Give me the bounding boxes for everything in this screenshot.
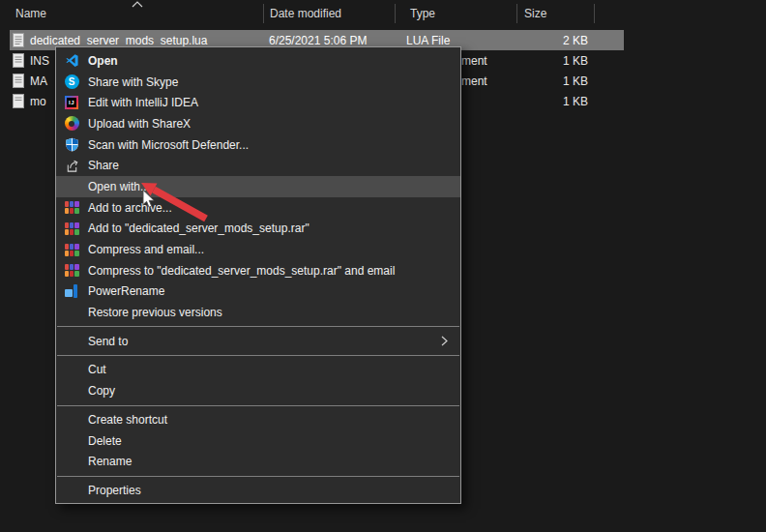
menu-item-label: Compress to "dedicated_server_mods_setup… xyxy=(88,264,395,278)
submenu-chevron-icon xyxy=(441,336,448,346)
file-size: 1 KB xyxy=(507,95,588,108)
document-icon xyxy=(13,94,24,108)
menu-item-cut[interactable]: Cut xyxy=(56,360,460,381)
menu-item-compress-and-email[interactable]: Compress and email... xyxy=(56,239,460,260)
winrar-icon xyxy=(64,221,79,236)
menu-item-label: Open with... xyxy=(88,180,150,193)
menu-separator xyxy=(57,476,459,477)
menu-item-share[interactable]: Share xyxy=(56,155,460,176)
menu-item-label: Share xyxy=(88,159,119,172)
file-type: LUA File xyxy=(406,34,450,47)
menu-item-compress-to-rar-and-email[interactable]: Compress to "dedicated_server_mods_setup… xyxy=(56,260,460,281)
menu-item-copy[interactable]: Copy xyxy=(56,380,460,401)
no-icon xyxy=(64,454,79,469)
file-size: 1 KB xyxy=(507,74,588,88)
column-divider[interactable] xyxy=(594,4,595,23)
menu-separator xyxy=(57,326,459,327)
sort-ascending-icon[interactable] xyxy=(132,1,143,8)
menu-item-upload-with-sharex[interactable]: Upload with ShareX xyxy=(56,113,460,134)
menu-item-delete[interactable]: Delete xyxy=(56,430,460,452)
menu-item-label: Share with Skype xyxy=(88,75,178,89)
file-name: INS xyxy=(30,54,49,68)
menu-separator xyxy=(57,355,459,356)
menu-item-add-to-rar[interactable]: Add to "dedicated_server_mods_setup.rar" xyxy=(56,219,460,240)
menu-item-label: Properties xyxy=(88,484,141,497)
column-header-date-modified[interactable]: Date modified xyxy=(270,7,341,20)
menu-item-label: Add to archive... xyxy=(88,201,172,215)
menu-separator xyxy=(57,405,459,406)
document-icon xyxy=(13,74,24,88)
powerrename-icon xyxy=(64,283,79,299)
context-menu: Open S Share with Skype IJ Edit with Int… xyxy=(55,46,461,504)
winrar-icon xyxy=(64,242,79,257)
menu-item-open[interactable]: Open xyxy=(56,50,460,72)
menu-item-label: Edit with IntelliJ IDEA xyxy=(88,96,198,109)
file-size: 2 KB xyxy=(507,34,588,47)
menu-item-label: Copy xyxy=(88,384,115,398)
column-header-name[interactable]: Name xyxy=(15,7,46,20)
column-divider[interactable] xyxy=(516,4,517,23)
share-icon xyxy=(64,158,79,173)
menu-item-edit-with-intellij-idea[interactable]: IJ Edit with IntelliJ IDEA xyxy=(56,92,460,113)
intellij-icon: IJ xyxy=(64,95,79,110)
menu-item-label: Open xyxy=(88,54,118,68)
no-icon xyxy=(64,383,79,399)
menu-item-powerrename[interactable]: PowerRename xyxy=(56,281,460,303)
file-size: 1 KB xyxy=(507,54,588,68)
menu-item-label: Rename xyxy=(88,455,132,468)
menu-item-label: Delete xyxy=(88,434,122,448)
no-icon xyxy=(64,334,79,349)
menu-item-label: Compress and email... xyxy=(88,243,204,256)
menu-item-scan-with-microsoft-defender[interactable]: Scan with Microsoft Defender... xyxy=(56,134,460,156)
menu-item-label: Cut xyxy=(88,363,106,376)
file-type: ment xyxy=(461,54,487,68)
menu-item-label: Send to xyxy=(88,335,128,348)
menu-item-rename[interactable]: Rename xyxy=(56,451,460,472)
no-icon xyxy=(64,412,79,428)
file-explorer-window: Name Date modified Type Size dedicated_s… xyxy=(0,0,766,532)
menu-item-add-to-archive[interactable]: Add to archive... xyxy=(56,197,460,219)
menu-item-properties[interactable]: Properties xyxy=(56,480,460,501)
menu-item-send-to[interactable]: Send to xyxy=(56,331,460,352)
sharex-icon xyxy=(64,116,79,132)
menu-item-label: PowerRename xyxy=(88,284,164,298)
menu-item-create-shortcut[interactable]: Create shortcut xyxy=(56,409,460,430)
column-divider[interactable] xyxy=(395,4,396,23)
file-type: ment xyxy=(461,74,487,88)
no-icon xyxy=(64,433,79,449)
file-date-modified: 6/25/2021 5:06 PM xyxy=(269,34,367,47)
menu-item-label: Upload with ShareX xyxy=(88,117,191,131)
menu-item-share-with-skype[interactable]: S Share with Skype xyxy=(56,72,460,93)
winrar-icon xyxy=(64,263,79,279)
column-header-row: Name Date modified Type Size xyxy=(0,0,766,27)
file-name: dedicated_server_mods_setup.lua xyxy=(30,34,207,47)
menu-item-label: Create shortcut xyxy=(88,413,167,427)
menu-item-restore-previous-versions[interactable]: Restore previous versions xyxy=(56,302,460,323)
no-icon xyxy=(64,483,79,498)
column-divider[interactable] xyxy=(263,4,264,23)
document-icon xyxy=(13,53,24,68)
skype-icon: S xyxy=(64,74,79,90)
document-icon xyxy=(13,33,24,47)
file-name: MA xyxy=(30,74,47,88)
column-header-size[interactable]: Size xyxy=(524,7,546,20)
menu-item-label: Scan with Microsoft Defender... xyxy=(88,138,249,152)
menu-item-label: Add to "dedicated_server_mods_setup.rar" xyxy=(88,222,309,235)
vscode-icon xyxy=(64,53,79,69)
column-header-type[interactable]: Type xyxy=(410,7,435,20)
no-icon xyxy=(64,179,79,194)
defender-shield-icon xyxy=(64,137,79,153)
file-name: mo xyxy=(30,95,46,108)
menu-item-label: Restore previous versions xyxy=(88,306,222,319)
no-icon xyxy=(64,362,79,377)
winrar-icon xyxy=(64,200,79,216)
no-icon xyxy=(64,305,79,320)
menu-item-open-with[interactable]: Open with... xyxy=(56,176,460,197)
